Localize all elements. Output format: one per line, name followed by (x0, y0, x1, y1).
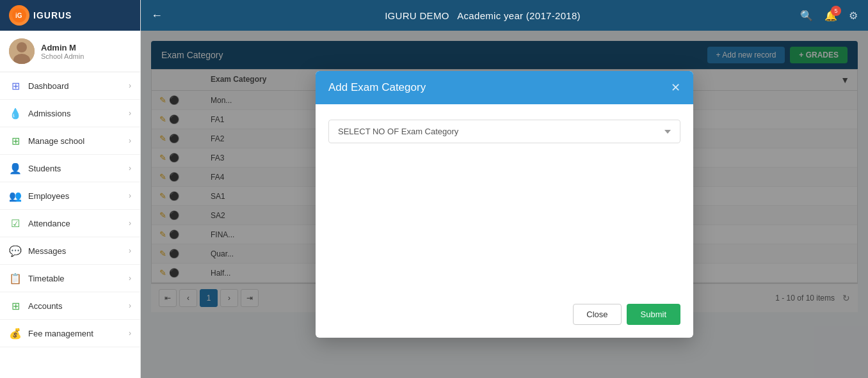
employees-icon: 👥 (9, 189, 22, 202)
sidebar: iG IGURUS Admin M School Admin ⊞ Dashboa… (0, 0, 141, 378)
accounts-icon: ⊞ (9, 299, 22, 312)
svg-text:iG: iG (15, 12, 22, 19)
sidebar-item-label: Dashboard (28, 81, 69, 91)
sidebar-item-timetable[interactable]: 📋 Timetable › (0, 265, 140, 292)
sidebar-item-label: Messages (28, 246, 66, 256)
sidebar-item-attendance[interactable]: ☑ Attendance › (0, 210, 140, 237)
sidebar-item-accounts[interactable]: ⊞ Accounts › (0, 292, 140, 320)
close-button[interactable]: Close (573, 304, 621, 325)
timetable-icon: 📋 (9, 272, 22, 285)
sidebar-item-messages[interactable]: 💬 Messages › (0, 237, 140, 265)
sidebar-user: Admin M School Admin (0, 31, 140, 72)
modal-close-button[interactable]: ✕ (671, 82, 680, 93)
modal-title: Add Exam Category (328, 81, 426, 94)
notification-badge: 5 (831, 6, 841, 16)
search-icon[interactable]: 🔍 (800, 10, 813, 22)
admissions-icon: 💧 (9, 107, 22, 120)
user-name: Admin M (41, 43, 84, 52)
sidebar-item-label: Accounts (28, 301, 62, 311)
modal-body: SELECT NO OF Exam Category 1 2 3 4 5 (316, 104, 693, 296)
sidebar-item-label: Attendance (28, 219, 70, 228)
exam-category-select[interactable]: SELECT NO OF Exam Category 1 2 3 4 5 (328, 120, 680, 143)
content-area: Exam Category + Add new record + GRADES … (141, 31, 868, 378)
topbar-icons: 🔍 🔔 5 ⚙ (800, 10, 858, 22)
sidebar-item-fee-management[interactable]: 💰 Fee management › (0, 320, 140, 347)
topbar: ← IGURU DEMO Academic year (2017-2018) 🔍… (141, 0, 868, 31)
sidebar-item-students[interactable]: 👤 Students › (0, 155, 140, 182)
attendance-icon: ☑ (9, 217, 22, 230)
avatar (9, 38, 35, 64)
modal-footer: Close Submit (316, 296, 693, 338)
sidebar-item-label: Fee management (28, 329, 93, 338)
modal-overlay: Add Exam Category ✕ SELECT NO OF Exam Ca… (141, 31, 868, 378)
notification-icon[interactable]: 🔔 5 (824, 10, 837, 22)
sidebar-item-label: Timetable (28, 274, 65, 283)
sidebar-header: iG IGURUS (0, 0, 140, 31)
sidebar-item-dashboard[interactable]: ⊞ Dashboard › (0, 72, 140, 100)
sidebar-item-admissions[interactable]: 💧 Admissions › (0, 100, 140, 127)
students-icon: 👤 (9, 162, 22, 175)
sidebar-item-label: Manage school (28, 136, 84, 146)
user-role: School Admin (41, 52, 84, 60)
topbar-title: IGURU DEMO Academic year (2017-2018) (385, 10, 581, 21)
sidebar-item-label: Employees (28, 191, 69, 201)
add-exam-category-modal: Add Exam Category ✕ SELECT NO OF Exam Ca… (316, 71, 693, 338)
sidebar-item-label: Students (28, 164, 61, 173)
sidebar-logo: iG IGURUS (9, 5, 72, 26)
app-name: IGURUS (33, 10, 72, 20)
settings-icon[interactable]: ⚙ (849, 10, 858, 22)
back-button[interactable]: ← (151, 9, 163, 22)
modal-header: Add Exam Category ✕ (316, 71, 693, 104)
svg-point-3 (17, 42, 27, 52)
sidebar-item-manage-school[interactable]: ⊞ Manage school › (0, 127, 140, 155)
messages-icon: 💬 (9, 244, 22, 257)
sidebar-item-employees[interactable]: 👥 Employees › (0, 182, 140, 210)
fee-icon: 💰 (9, 327, 22, 340)
submit-button[interactable]: Submit (627, 304, 680, 325)
user-info: Admin M School Admin (41, 43, 84, 60)
logo-icon: iG (9, 5, 29, 26)
manage-school-icon: ⊞ (9, 134, 22, 147)
sidebar-item-label: Admissions (28, 109, 70, 118)
main-content: ← IGURU DEMO Academic year (2017-2018) 🔍… (141, 0, 868, 378)
dashboard-icon: ⊞ (9, 79, 22, 92)
